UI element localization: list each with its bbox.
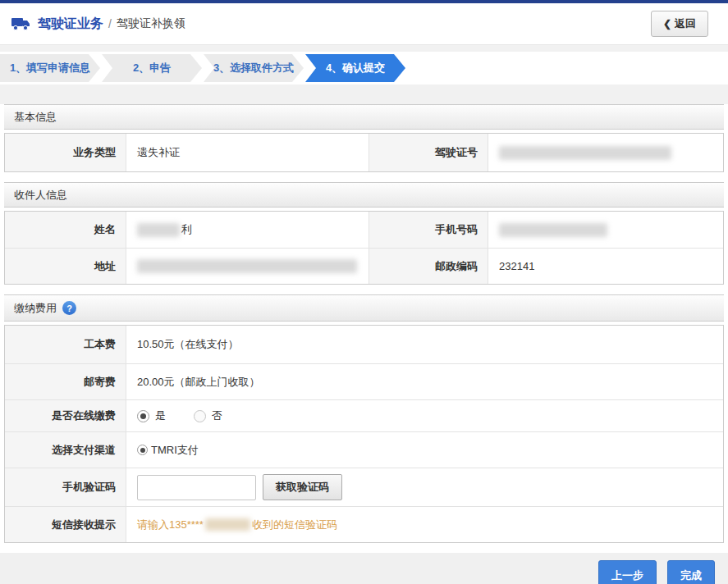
captcha-label: 手机验证码 [5,468,126,506]
basic-info-table: 业务类型 遗失补证 驾驶证号 [4,133,724,172]
back-button-label: 返回 [675,16,696,31]
name-label: 姓名 [5,212,126,248]
tab-step-4-confirm-submit[interactable]: 4、确认提交 [305,54,405,82]
help-icon[interactable]: ? [62,301,76,315]
recipient-info-section-header: 收件人信息 [4,182,724,208]
payment-fees-section-header: 缴纳费用 ? [4,294,724,322]
breadcrumb-separator: / [108,17,112,30]
license-no-label: 驾驶证号 [369,134,488,171]
basic-info-title: 基本信息 [14,110,57,125]
payment-fees-section: 缴纳费用 ? 工本费 10.50元（在线支付） 邮寄费 20.00元（邮政上门收… [4,294,724,543]
previous-step-button[interactable]: 上一步 [598,560,657,584]
radio-checked-icon[interactable] [137,410,149,422]
online-pay-option-yes[interactable]: 是 [137,408,166,423]
recipient-info-section: 收件人信息 姓名 利 手机号码 地址 邮政编码 [4,182,724,285]
tab-step-2-declare[interactable]: 2、申告 [102,54,202,82]
truck-icon [11,16,31,32]
get-code-button[interactable]: 获取验证码 [263,474,342,500]
finish-button[interactable]: 完成 [667,560,715,584]
app-header: 驾驶证业务 / 驾驶证补换领 ❮ 返回 [0,3,728,45]
postage-fee-value: 20.00元（邮政上门收取） [126,364,723,399]
sms-hint-text: 请输入135**** 收到的短信验证码 [137,518,337,532]
divider-band [0,84,728,104]
redacted-address [137,259,357,273]
payment-fees-title: 缴纳费用 [14,301,57,316]
redacted-license-no [499,146,671,160]
divider-band [0,45,728,52]
online-pay-option-no[interactable]: 否 [194,408,222,423]
basic-info-section-header: 基本信息 [4,104,724,130]
online-pay-options: 是 否 [126,400,723,431]
tab-step-1-fill-application[interactable]: 1、填写申请信息 [0,54,100,82]
address-value [126,249,369,284]
recipient-info-title: 收件人信息 [14,188,67,203]
payment-channel-tmri-label: TMRI支付 [151,443,199,458]
page-title: 驾驶证业务 [38,16,103,33]
license-no-value [488,134,723,171]
sms-hint-label: 短信接收提示 [5,507,126,542]
name-visible-suffix: 利 [181,222,192,237]
sms-hint-suffix: 收到的短信验证码 [252,518,337,532]
captcha-input[interactable] [137,475,256,500]
payment-channel-option-tmri[interactable]: TMRI支付 [137,443,199,458]
phone-label: 手机号码 [369,212,488,248]
sms-hint-value: 请输入135**** 收到的短信验证码 [126,507,723,542]
name-value: 利 [126,212,369,248]
radio-unchecked-icon[interactable] [194,410,206,422]
postage-fee-label: 邮寄费 [5,364,126,399]
basic-info-section: 基本信息 业务类型 遗失补证 驾驶证号 [4,104,724,172]
online-pay-yes-label: 是 [155,408,166,423]
redacted-phone-tail [205,518,250,531]
payment-channel-label: 选择支付渠道 [5,432,126,468]
production-fee-label: 工本费 [5,326,126,363]
phone-value [488,212,723,248]
recipient-info-table: 姓名 利 手机号码 地址 邮政编码 232141 [4,211,724,285]
step-tabs: 1、填写申请信息 2、申告 3、选择取件方式 4、确认提交 [0,52,728,84]
online-pay-no-label: 否 [212,408,222,423]
captcha-controls: 获取验证码 [126,468,723,506]
business-type-label: 业务类型 [5,134,126,171]
business-type-value: 遗失补证 [126,134,369,171]
redacted-phone [499,223,607,237]
radio-checked-icon[interactable] [137,445,148,455]
tab-step-3-pickup-method[interactable]: 3、选择取件方式 [204,54,304,82]
redacted-name [137,223,180,237]
postcode-value: 232141 [488,249,723,284]
breadcrumb-current: 驾驶证补换领 [117,16,185,31]
sms-hint-prefix: 请输入135**** [137,518,204,532]
back-button[interactable]: ❮ 返回 [651,11,708,37]
online-pay-label: 是否在线缴费 [5,400,126,431]
payment-channel-options: TMRI支付 [126,432,723,468]
address-label: 地址 [5,249,126,284]
payment-fees-table: 工本费 10.50元（在线支付） 邮寄费 20.00元（邮政上门收取） 是否在线… [4,325,724,543]
back-chevron-icon: ❮ [663,18,671,30]
footer-action-bar: 上一步 完成 [0,553,728,584]
postcode-label: 邮政编码 [369,249,488,284]
production-fee-value: 10.50元（在线支付） [126,326,723,363]
